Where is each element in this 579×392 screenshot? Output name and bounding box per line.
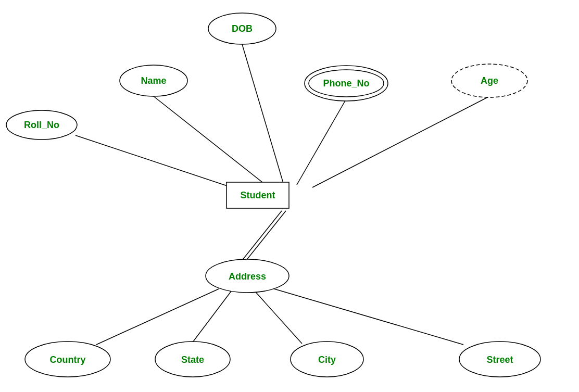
state-label: State [181,355,204,365]
svg-line-3 [297,99,346,185]
svg-line-10 [271,288,463,345]
svg-line-7 [96,289,219,345]
dob-label: DOB [232,23,253,34]
svg-line-1 [154,96,266,185]
age-label: Age [481,75,498,86]
svg-line-0 [242,44,284,185]
name-label: Name [141,75,166,86]
phoneno-label: Phone_No [323,78,369,88]
address-label: Address [229,271,266,282]
svg-line-4 [312,96,489,187]
svg-line-9 [255,292,302,344]
street-label: Street [486,355,513,365]
city-label: City [318,355,336,365]
country-label: Country [50,355,86,365]
svg-line-5 [242,211,282,260]
student-label: Student [241,190,275,200]
er-diagram: DOB Name Roll_No Phone_No Age Student Ad… [0,0,579,392]
rollno-label: Roll_No [24,120,59,130]
svg-line-6 [246,211,286,260]
